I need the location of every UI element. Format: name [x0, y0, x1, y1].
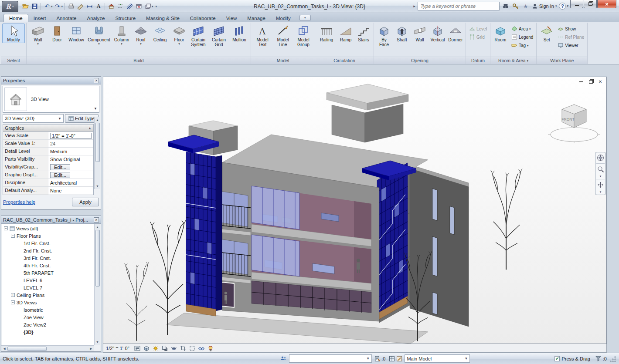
- tree-item-3rd-flr[interactable]: 3rd Flr. Cnst.: [2, 254, 94, 262]
- collapse-icon[interactable]: −: [4, 226, 8, 230]
- design-options-dropdown[interactable]: Main Model▼: [405, 354, 470, 363]
- ramp-button[interactable]: Ramp: [337, 24, 354, 43]
- view-selector-combo[interactable]: 3D View: {3D}▼: [3, 114, 64, 123]
- railing-button[interactable]: Railing: [316, 24, 337, 43]
- restore-button[interactable]: [584, 0, 597, 8]
- room-button[interactable]: Room: [492, 24, 509, 43]
- zoom-dropdown-arrow-icon[interactable]: ▾: [600, 175, 602, 178]
- visual-style-button[interactable]: [143, 345, 150, 352]
- collapse-icon[interactable]: ▲: [88, 126, 92, 130]
- section-button[interactable]: [116, 2, 125, 11]
- panel-label-select[interactable]: Select: [1, 57, 26, 64]
- default-analysis-value[interactable]: None: [48, 187, 93, 195]
- dropdown-arrow-icon[interactable]: ▾: [37, 42, 39, 45]
- scroll-up-icon[interactable]: ▲: [95, 224, 101, 230]
- ribbon-minimize-toggle[interactable]: ▾: [299, 15, 311, 21]
- tree-node-views[interactable]: −Views (all): [2, 225, 94, 232]
- modify-button[interactable]: Modify: [2, 24, 25, 43]
- crop-view-button[interactable]: [180, 345, 187, 352]
- panel-label-room-area[interactable]: Room & Area▾: [490, 57, 536, 64]
- measure-button[interactable]: [76, 2, 85, 11]
- column-button[interactable]: Column▾: [112, 24, 132, 46]
- tree-item-zoe-view[interactable]: Zoe View: [2, 313, 94, 321]
- minimize-button[interactable]: [570, 0, 583, 8]
- opening-dormer-button[interactable]: Dormer: [447, 24, 464, 43]
- sun-path-button[interactable]: [152, 345, 160, 352]
- print-button[interactable]: [67, 2, 75, 11]
- detail-level-button[interactable]: [134, 345, 141, 352]
- tree-item-level7[interactable]: LEVEL 7: [2, 284, 94, 291]
- editable-only-button[interactable]: [395, 355, 403, 362]
- browser-vscrollbar[interactable]: ▲ ▼: [94, 224, 100, 345]
- temporary-hide-isolate-button[interactable]: [198, 345, 205, 352]
- dropdown-arrow-icon[interactable]: ▾: [527, 44, 529, 47]
- tab-manage[interactable]: Manage: [242, 14, 271, 22]
- dropdown-arrow-icon[interactable]: ▾: [121, 42, 122, 45]
- model-group-button[interactable]: Model Group: [293, 24, 313, 48]
- dropdown-arrow-icon[interactable]: ▾: [140, 42, 142, 45]
- steering-wheel-button[interactable]: [596, 153, 605, 162]
- scrollbar-thumb[interactable]: [95, 123, 100, 162]
- scroll-down-icon[interactable]: ▼: [95, 183, 101, 189]
- panel-label-build[interactable]: Build: [27, 57, 251, 64]
- view-restore-button[interactable]: [587, 79, 594, 84]
- close-icon[interactable]: ×: [94, 217, 99, 222]
- dropdown-arrow-icon[interactable]: ▾: [529, 27, 531, 30]
- type-selector[interactable]: 3D View ▼: [3, 86, 99, 113]
- redo-button[interactable]: ↷: [53, 2, 62, 11]
- grid-button[interactable]: Grid: [468, 34, 488, 40]
- tab-collaborate[interactable]: Collaborate: [185, 14, 221, 22]
- viewcube[interactable]: FRONT: [548, 104, 600, 143]
- edit-type-button[interactable]: Edit Type: [65, 114, 99, 123]
- infocenter-collapse-icon[interactable]: ▸: [413, 4, 415, 8]
- view-minimize-button[interactable]: [578, 79, 585, 84]
- tree-node-3d-views[interactable]: −3D Views: [2, 299, 94, 306]
- tree-node-ceiling-plans[interactable]: +Ceiling Plans: [2, 291, 94, 299]
- close-hidden-windows-button[interactable]: [134, 2, 143, 11]
- tab-view[interactable]: View: [221, 14, 242, 22]
- visibility-edit-button[interactable]: Edit...: [48, 163, 93, 171]
- set-work-plane-button[interactable]: Set: [538, 24, 555, 43]
- expand-icon[interactable]: +: [11, 293, 15, 297]
- 3d-building-model[interactable]: FRONT: [103, 77, 606, 344]
- properties-help-link[interactable]: Properties help: [3, 199, 35, 205]
- graphic-display-edit-button[interactable]: Edit...: [48, 171, 93, 179]
- viewcube-front-label[interactable]: FRONT: [561, 117, 574, 121]
- tree-item-5th-parapet[interactable]: 5th PARAPET: [2, 269, 94, 276]
- tree-node-floor-plans[interactable]: −Floor Plans: [2, 232, 94, 239]
- tree-item-zoe-view2[interactable]: Zoe View2: [2, 321, 94, 328]
- drawing-area[interactable]: FRONT ✕ ▾ ▾: [103, 77, 607, 344]
- tree-item-level6[interactable]: LEVEL 6: [2, 276, 94, 284]
- opening-by-face-button[interactable]: By Face: [375, 24, 393, 48]
- scroll-up-icon[interactable]: ▲: [95, 117, 101, 123]
- model-text-button[interactable]: AModel Text: [252, 24, 272, 48]
- legend-button[interactable]: Legend: [510, 34, 534, 40]
- sign-in-button[interactable]: Sign In ▾: [532, 3, 557, 9]
- tree-item-2nd-flr[interactable]: 2nd Flr. Cnst.: [2, 247, 94, 254]
- undo-dropdown-arrow-icon[interactable]: ▾: [51, 5, 53, 8]
- rendering-dialog-button[interactable]: [170, 345, 178, 352]
- default-3d-view-button[interactable]: [107, 2, 116, 11]
- active-workset-dropdown[interactable]: ▼: [289, 354, 372, 363]
- ceiling-button[interactable]: Ceiling: [150, 24, 170, 43]
- selection-filter-button[interactable]: [595, 355, 602, 362]
- tab-annotate[interactable]: Annotate: [51, 14, 82, 22]
- scrollbar-thumb[interactable]: [7, 347, 47, 351]
- mullion-button[interactable]: Mullion: [229, 24, 249, 43]
- collapse-icon[interactable]: −: [11, 300, 15, 304]
- tree-item-4th-flr[interactable]: 4th Flr. Cnst.: [2, 262, 94, 269]
- redo-dropdown-arrow-icon[interactable]: ▾: [61, 5, 63, 8]
- scroll-left-icon[interactable]: ◀: [1, 346, 7, 352]
- project-browser-title-bar[interactable]: RAC_UB_02_Common_Tasks_i - Proj... ×: [1, 216, 101, 224]
- curtain-system-button[interactable]: Curtain System: [188, 24, 208, 48]
- panel-label-circulation[interactable]: Circulation: [315, 57, 374, 64]
- application-menu-button[interactable]: R▾: [2, 1, 18, 12]
- panel-label-work-plane[interactable]: Work Plane: [537, 57, 587, 64]
- model-line-button[interactable]: Model Line: [273, 24, 293, 48]
- wall-button[interactable]: Wall▾: [28, 24, 48, 46]
- zoom-button[interactable]: [596, 165, 605, 174]
- roof-button[interactable]: Roof▾: [132, 24, 150, 46]
- subscription-center-button[interactable]: [512, 2, 520, 10]
- tab-home[interactable]: Home: [3, 14, 28, 22]
- detail-level-value[interactable]: Medium: [48, 148, 93, 155]
